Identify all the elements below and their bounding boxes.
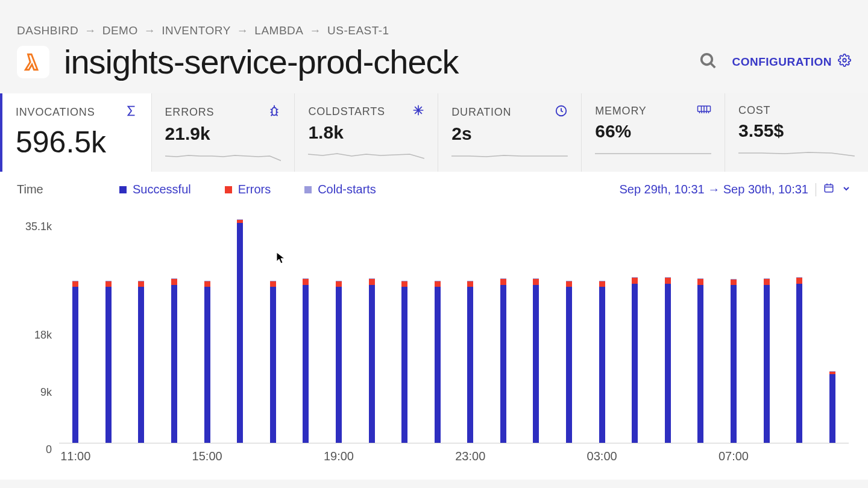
bar[interactable] xyxy=(731,279,737,443)
bar[interactable] xyxy=(336,281,342,443)
bar[interactable] xyxy=(171,278,177,443)
bar[interactable] xyxy=(599,281,605,443)
svg-line-7 xyxy=(271,112,272,113)
bar[interactable] xyxy=(204,281,210,443)
y-tick-label: 0 xyxy=(46,443,52,456)
chevron-right-icon: → xyxy=(310,24,322,37)
x-tick-label: 23:00 xyxy=(455,449,485,463)
bar[interactable] xyxy=(72,281,78,443)
bar[interactable] xyxy=(435,281,441,443)
breadcrumb-item[interactable]: DASHBIRD xyxy=(17,24,78,37)
bar[interactable] xyxy=(105,281,112,443)
sparkline xyxy=(595,148,711,160)
svg-point-2 xyxy=(843,58,846,62)
chart-plot[interactable] xyxy=(59,214,849,443)
bar[interactable] xyxy=(796,277,802,443)
date-range-label: Sep 29th, 10:31 → Sep 30th, 10:31 xyxy=(619,183,808,196)
tab-cost[interactable]: COST 3.55$ xyxy=(725,93,868,172)
legend-label: Successful xyxy=(133,183,191,196)
stats-row: INVOCATIONS 596.5k ERRORS 21.9k COLDSTAR… xyxy=(0,93,868,172)
x-axis: 11:0015:0019:0023:0003:0007:00 xyxy=(59,446,849,468)
stat-label: DURATION xyxy=(451,106,511,119)
y-axis: 09k18k35.1k xyxy=(17,214,55,443)
page-title: insights-service-prod-check xyxy=(64,42,459,81)
legend-item-errors[interactable]: Errors xyxy=(225,183,271,196)
tab-errors[interactable]: ERRORS 21.9k xyxy=(151,93,295,172)
x-tick-label: 07:00 xyxy=(719,449,749,463)
breadcrumb-item[interactable]: INVENTORY xyxy=(162,24,231,37)
bar[interactable] xyxy=(665,277,671,443)
chevron-right-icon: → xyxy=(237,24,249,37)
sigma-icon xyxy=(125,104,138,120)
bar[interactable] xyxy=(829,371,835,443)
tab-memory[interactable]: MEMORY 66% xyxy=(581,93,725,172)
legend-swatch xyxy=(225,186,232,193)
stat-label: INVOCATIONS xyxy=(16,106,95,119)
stat-value: 2s xyxy=(451,124,568,144)
clock-icon xyxy=(555,104,568,120)
stat-value: 3.55$ xyxy=(738,120,855,141)
time-label: Time xyxy=(17,183,119,196)
tab-coldstarts[interactable]: COLDSTARTS 1.8k xyxy=(294,93,438,172)
sparkline xyxy=(308,149,424,161)
chevron-right-icon: → xyxy=(144,24,156,37)
configuration-button[interactable]: CONFIGURATION xyxy=(732,54,851,70)
bar[interactable] xyxy=(764,278,770,443)
legend-label: Errors xyxy=(238,183,271,196)
search-icon[interactable] xyxy=(699,52,717,72)
bar[interactable] xyxy=(369,278,375,443)
bug-icon xyxy=(268,104,281,120)
stat-value: 21.9k xyxy=(165,124,281,144)
bar[interactable] xyxy=(401,281,407,443)
svg-rect-3 xyxy=(272,108,277,116)
lambda-icon xyxy=(17,46,49,78)
breadcrumb: DASHBIRD → DEMO → INVENTORY → LAMBDA → U… xyxy=(0,0,868,42)
x-tick-label: 03:00 xyxy=(587,449,617,463)
bar[interactable] xyxy=(138,281,144,443)
chart[interactable]: 09k18k35.1k 11:0015:0019:0023:0003:0007:… xyxy=(17,214,851,468)
svg-line-5 xyxy=(271,109,272,110)
breadcrumb-item[interactable]: DEMO xyxy=(102,24,138,37)
snowflake-icon xyxy=(412,104,424,119)
bar[interactable] xyxy=(303,278,309,443)
calendar-icon xyxy=(823,183,834,196)
svg-line-8 xyxy=(277,112,278,113)
tab-invocations[interactable]: INVOCATIONS 596.5k xyxy=(0,93,151,172)
x-tick-label: 15:00 xyxy=(192,449,222,463)
divider xyxy=(816,183,816,196)
y-tick-label: 18k xyxy=(34,329,52,342)
bar[interactable] xyxy=(697,278,703,443)
bar[interactable] xyxy=(467,281,473,443)
svg-line-6 xyxy=(277,109,278,110)
legend-item-successful[interactable]: Successful xyxy=(119,183,191,196)
sparkline xyxy=(738,147,855,159)
date-range-picker[interactable]: Sep 29th, 10:31 → Sep 30th, 10:31 xyxy=(619,183,851,196)
bar[interactable] xyxy=(270,281,276,443)
legend-swatch xyxy=(119,186,127,193)
svg-line-10 xyxy=(276,114,278,116)
breadcrumb-item[interactable]: LAMBDA xyxy=(254,24,303,37)
tab-duration[interactable]: DURATION 2s xyxy=(438,93,581,172)
bar[interactable] xyxy=(500,278,506,443)
legend-swatch xyxy=(304,186,312,193)
legend-label: Cold-starts xyxy=(318,183,376,196)
stat-label: COST xyxy=(738,104,770,117)
bar[interactable] xyxy=(632,277,638,443)
bar[interactable] xyxy=(533,278,539,443)
stat-label: COLDSTARTS xyxy=(308,105,385,118)
chart-header: Time Successful Errors Cold-starts Sep 2… xyxy=(17,183,851,196)
svg-point-0 xyxy=(702,54,712,64)
stat-value: 596.5k xyxy=(16,125,138,160)
stat-label: ERRORS xyxy=(165,106,215,119)
bar[interactable] xyxy=(237,219,243,443)
stat-value: 66% xyxy=(595,121,711,142)
legend-item-coldstarts[interactable]: Cold-starts xyxy=(304,183,376,196)
bar[interactable] xyxy=(566,281,572,443)
legend: Successful Errors Cold-starts xyxy=(119,183,376,196)
stat-label: MEMORY xyxy=(595,105,646,117)
x-tick-label: 11:00 xyxy=(60,449,90,463)
chevron-right-icon: → xyxy=(84,24,96,37)
configuration-label: CONFIGURATION xyxy=(732,55,832,69)
gear-icon xyxy=(838,54,851,70)
breadcrumb-item[interactable]: US-EAST-1 xyxy=(327,24,389,37)
